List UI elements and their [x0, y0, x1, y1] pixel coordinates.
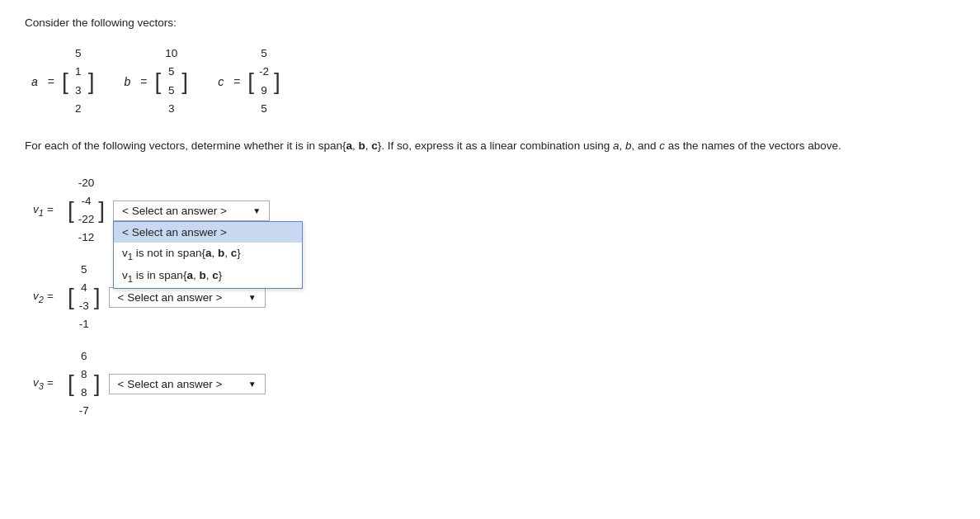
v1-dropdown-menu: < Select an answer > v1 is not in span{a… [113, 221, 303, 289]
v1-row: v1 = -20 -4 -22 -12 < Select an answer >… [33, 173, 955, 248]
v3-row: v3 = 6 8 8 -7 < Select an answer > ▼ [33, 347, 955, 422]
c-bracket-right [274, 44, 280, 119]
c-cell-2: 9 [258, 83, 270, 99]
c-matrix: 5 -2 9 5 [247, 44, 280, 119]
v3-dropdown-container: < Select an answer > ▼ [109, 374, 266, 394]
a-bracket-left [62, 44, 68, 119]
v2-expr: v2 = 5 4 -3 -1 [33, 260, 101, 335]
description-text: For each of the following vectors, deter… [25, 137, 955, 155]
v1-cell-0: -20 [78, 175, 95, 191]
a-label: a [31, 75, 38, 88]
vectors-section: v1 = -20 -4 -22 -12 < Select an answer >… [33, 173, 955, 422]
v1-cell-1: -4 [81, 193, 92, 210]
a-matrix: 5 1 3 2 [62, 44, 95, 119]
c-cell-0: 5 [258, 45, 270, 62]
b-cell-2: 5 [166, 83, 177, 99]
v1-cell-2: -22 [78, 211, 95, 228]
v2-label: v2 = [33, 290, 63, 304]
vector-a-expr: a = 5 1 3 2 [31, 44, 95, 119]
b-matrix: 10 5 5 3 [155, 44, 189, 119]
c-col: 5 -2 9 5 [254, 44, 274, 119]
v3-dropdown-button[interactable]: < Select an answer > ▼ [109, 374, 266, 394]
v2-cell-0: 5 [78, 262, 90, 278]
v2-cell-2: -3 [78, 298, 90, 314]
v3-col: 6 8 8 -7 [74, 347, 94, 422]
b-cell-1: 5 [166, 64, 177, 80]
v1-option-placeholder[interactable]: < Select an answer > [114, 222, 302, 243]
b-label: b [125, 75, 131, 88]
v2-bracket-left [68, 260, 74, 335]
c-cell-1: -2 [258, 64, 270, 80]
v3-matrix: 6 8 8 -7 [68, 347, 101, 422]
v3-cell-0: 6 [78, 348, 90, 365]
v1-dropdown-arrow: ▼ [252, 206, 261, 215]
v3-cell-2: 8 [78, 385, 90, 401]
v1-col: -20 -4 -22 -12 [74, 173, 99, 248]
v3-dropdown-arrow: ▼ [248, 380, 257, 389]
v3-bracket-left [68, 347, 74, 422]
v1-dropdown-container: < Select an answer > ▼ < Select an answe… [113, 201, 270, 221]
a-cell-2: 3 [73, 83, 84, 99]
c-label: c [218, 75, 224, 88]
v3-expr: v3 = 6 8 8 -7 [33, 347, 101, 422]
c-cell-3: 5 [258, 101, 270, 117]
b-col: 10 5 5 3 [161, 44, 181, 119]
v3-label: v3 = [33, 376, 63, 391]
v2-dropdown-button[interactable]: < Select an answer > ▼ [109, 287, 266, 308]
v2-bracket-right [94, 260, 101, 335]
a-cell-0: 5 [73, 45, 84, 62]
a-col: 5 1 3 2 [68, 44, 88, 119]
v2-matrix: 5 4 -3 -1 [68, 260, 101, 335]
v3-cell-3: -7 [78, 403, 90, 419]
v1-expr: v1 = -20 -4 -22 -12 [33, 173, 105, 248]
v1-cell-3: -12 [78, 229, 95, 246]
b-bracket-left [155, 44, 162, 119]
a-bracket-right [88, 44, 95, 119]
c-equals: = [233, 75, 240, 88]
b-cell-0: 10 [165, 45, 177, 62]
v1-bracket-left [68, 173, 74, 248]
v1-dropdown-label: < Select an answer > [122, 205, 227, 217]
v2-cell-1: 4 [78, 280, 90, 296]
v1-dropdown-button[interactable]: < Select an answer > ▼ [113, 201, 270, 221]
v1-option-not-in-span[interactable]: v1 is not in span{a, b, c} [114, 243, 302, 266]
a-cell-1: 1 [73, 64, 84, 80]
v1-option-in-span[interactable]: v1 is in span{a, b, c} [114, 265, 302, 288]
c-bracket-left [247, 44, 254, 119]
v2-col: 5 4 -3 -1 [74, 260, 94, 335]
v2-cell-3: -1 [78, 316, 90, 333]
v3-bracket-right [94, 347, 101, 422]
vector-c-expr: c = 5 -2 9 5 [218, 44, 280, 119]
vector-b-expr: b = 10 5 5 3 [125, 44, 189, 119]
b-equals: = [140, 75, 147, 88]
vectors-display: a = 5 1 3 2 b = 10 5 5 3 [31, 44, 955, 119]
v2-dropdown-arrow: ▼ [248, 293, 257, 302]
v2-dropdown-label: < Select an answer > [118, 291, 223, 304]
v3-dropdown-label: < Select an answer > [118, 378, 223, 390]
intro-text: Consider the following vectors: [25, 17, 955, 29]
v2-dropdown-container: < Select an answer > ▼ [109, 287, 266, 308]
a-cell-3: 2 [73, 101, 84, 117]
v1-matrix: -20 -4 -22 -12 [68, 173, 105, 248]
a-equals: = [48, 75, 54, 88]
v1-label: v1 = [33, 203, 63, 218]
v3-cell-1: 8 [78, 366, 90, 383]
b-cell-3: 3 [166, 101, 177, 117]
v1-bracket-right [98, 173, 105, 248]
b-bracket-right [181, 44, 188, 119]
